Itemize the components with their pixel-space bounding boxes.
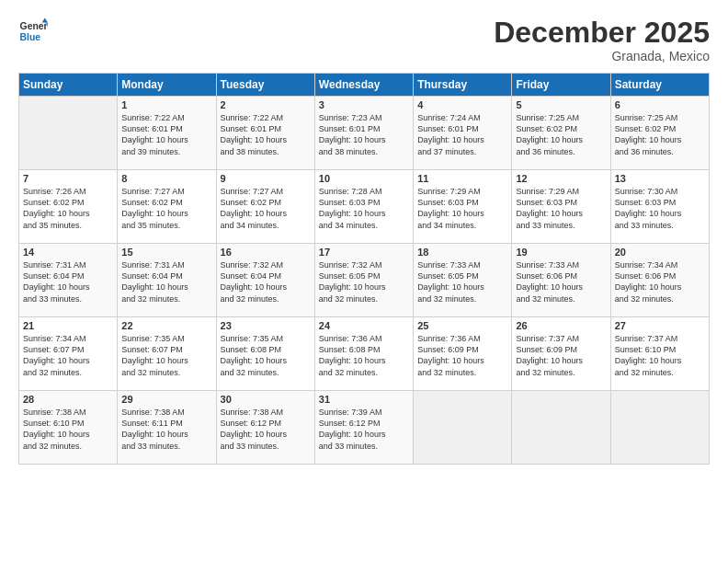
day-cell: 12Sunrise: 7:29 AM Sunset: 6:03 PM Dayli… (512, 170, 610, 244)
day-number: 11 (417, 173, 507, 184)
day-content: Sunrise: 7:32 AM Sunset: 6:05 PM Dayligh… (319, 259, 409, 304)
day-content: Sunrise: 7:35 AM Sunset: 6:07 PM Dayligh… (121, 333, 211, 378)
day-number: 21 (23, 320, 113, 331)
day-content: Sunrise: 7:25 AM Sunset: 6:02 PM Dayligh… (516, 112, 606, 157)
day-number: 20 (615, 247, 705, 258)
location: Granada, Mexico (494, 49, 710, 63)
day-content: Sunrise: 7:26 AM Sunset: 6:02 PM Dayligh… (23, 186, 113, 231)
day-content: Sunrise: 7:29 AM Sunset: 6:03 PM Dayligh… (417, 186, 507, 231)
col-saturday: Saturday (610, 74, 709, 97)
day-cell: 29Sunrise: 7:38 AM Sunset: 6:11 PM Dayli… (118, 391, 216, 465)
day-number: 24 (319, 320, 409, 331)
day-number: 29 (121, 394, 211, 405)
day-cell (414, 391, 512, 465)
day-content: Sunrise: 7:38 AM Sunset: 6:12 PM Dayligh… (221, 407, 311, 452)
day-number: 13 (615, 173, 705, 184)
day-content: Sunrise: 7:22 AM Sunset: 6:01 PM Dayligh… (221, 112, 311, 157)
col-thursday: Thursday (414, 74, 512, 97)
col-friday: Friday (512, 74, 610, 97)
day-number: 18 (417, 247, 507, 258)
day-content: Sunrise: 7:32 AM Sunset: 6:04 PM Dayligh… (221, 259, 311, 304)
day-content: Sunrise: 7:37 AM Sunset: 6:09 PM Dayligh… (516, 333, 606, 378)
day-cell: 8Sunrise: 7:27 AM Sunset: 6:02 PM Daylig… (118, 170, 216, 244)
day-cell: 16Sunrise: 7:32 AM Sunset: 6:04 PM Dayli… (216, 244, 314, 317)
day-number: 7 (23, 173, 113, 184)
header-row: Sunday Monday Tuesday Wednesday Thursday… (19, 74, 710, 97)
day-number: 10 (319, 173, 409, 184)
day-content: Sunrise: 7:33 AM Sunset: 6:06 PM Dayligh… (516, 259, 606, 304)
calendar-body: 1Sunrise: 7:22 AM Sunset: 6:01 PM Daylig… (19, 97, 710, 465)
week-row-2: 7Sunrise: 7:26 AM Sunset: 6:02 PM Daylig… (19, 170, 710, 244)
day-cell: 24Sunrise: 7:36 AM Sunset: 6:08 PM Dayli… (314, 317, 413, 391)
day-cell: 10Sunrise: 7:28 AM Sunset: 6:03 PM Dayli… (314, 170, 413, 244)
logo-icon: General Blue (18, 17, 48, 46)
day-cell: 2Sunrise: 7:22 AM Sunset: 6:01 PM Daylig… (216, 97, 314, 170)
title-section: December 2025 Granada, Mexico (494, 17, 710, 63)
day-cell: 25Sunrise: 7:36 AM Sunset: 6:09 PM Dayli… (414, 317, 512, 391)
day-content: Sunrise: 7:36 AM Sunset: 6:09 PM Dayligh… (417, 333, 507, 378)
day-cell: 17Sunrise: 7:32 AM Sunset: 6:05 PM Dayli… (314, 244, 413, 317)
day-cell (610, 391, 709, 465)
day-content: Sunrise: 7:38 AM Sunset: 6:10 PM Dayligh… (23, 407, 113, 452)
day-number: 19 (516, 247, 606, 258)
day-number: 30 (221, 394, 311, 405)
day-content: Sunrise: 7:33 AM Sunset: 6:05 PM Dayligh… (417, 259, 507, 304)
day-cell: 5Sunrise: 7:25 AM Sunset: 6:02 PM Daylig… (512, 97, 610, 170)
day-number: 23 (221, 320, 311, 331)
day-content: Sunrise: 7:30 AM Sunset: 6:03 PM Dayligh… (615, 186, 705, 231)
day-number: 22 (121, 320, 211, 331)
day-number: 8 (121, 173, 211, 184)
day-content: Sunrise: 7:39 AM Sunset: 6:12 PM Dayligh… (319, 407, 409, 452)
svg-text:Blue: Blue (20, 32, 41, 42)
col-tuesday: Tuesday (216, 74, 314, 97)
day-content: Sunrise: 7:31 AM Sunset: 6:04 PM Dayligh… (121, 259, 211, 304)
day-content: Sunrise: 7:38 AM Sunset: 6:11 PM Dayligh… (121, 407, 211, 452)
day-cell: 11Sunrise: 7:29 AM Sunset: 6:03 PM Dayli… (414, 170, 512, 244)
day-number: 2 (221, 99, 311, 110)
day-number: 3 (319, 99, 409, 110)
day-number: 15 (121, 247, 211, 258)
day-content: Sunrise: 7:31 AM Sunset: 6:04 PM Dayligh… (23, 259, 113, 304)
day-content: Sunrise: 7:22 AM Sunset: 6:01 PM Dayligh… (121, 112, 211, 157)
day-number: 28 (23, 394, 113, 405)
week-row-3: 14Sunrise: 7:31 AM Sunset: 6:04 PM Dayli… (19, 244, 710, 317)
svg-marker-2 (42, 18, 48, 23)
day-number: 5 (516, 99, 606, 110)
day-cell: 22Sunrise: 7:35 AM Sunset: 6:07 PM Dayli… (118, 317, 216, 391)
day-number: 17 (319, 247, 409, 258)
day-content: Sunrise: 7:27 AM Sunset: 6:02 PM Dayligh… (221, 186, 311, 231)
day-cell: 9Sunrise: 7:27 AM Sunset: 6:02 PM Daylig… (216, 170, 314, 244)
day-cell: 4Sunrise: 7:24 AM Sunset: 6:01 PM Daylig… (414, 97, 512, 170)
day-cell: 1Sunrise: 7:22 AM Sunset: 6:01 PM Daylig… (118, 97, 216, 170)
day-cell: 6Sunrise: 7:25 AM Sunset: 6:02 PM Daylig… (610, 97, 709, 170)
week-row-1: 1Sunrise: 7:22 AM Sunset: 6:01 PM Daylig… (19, 97, 710, 170)
week-row-5: 28Sunrise: 7:38 AM Sunset: 6:10 PM Dayli… (19, 391, 710, 465)
day-cell (19, 97, 118, 170)
day-cell: 19Sunrise: 7:33 AM Sunset: 6:06 PM Dayli… (512, 244, 610, 317)
day-content: Sunrise: 7:34 AM Sunset: 6:06 PM Dayligh… (615, 259, 705, 304)
day-number: 4 (417, 99, 507, 110)
day-cell: 20Sunrise: 7:34 AM Sunset: 6:06 PM Dayli… (610, 244, 709, 317)
col-monday: Monday (118, 74, 216, 97)
day-content: Sunrise: 7:29 AM Sunset: 6:03 PM Dayligh… (516, 186, 606, 231)
calendar-table: Sunday Monday Tuesday Wednesday Thursday… (18, 73, 710, 465)
day-cell (512, 391, 610, 465)
page: General Blue December 2025 Granada, Mexi… (0, 0, 728, 563)
logo: General Blue (18, 17, 48, 46)
day-number: 6 (615, 99, 705, 110)
day-cell: 15Sunrise: 7:31 AM Sunset: 6:04 PM Dayli… (118, 244, 216, 317)
day-cell: 3Sunrise: 7:23 AM Sunset: 6:01 PM Daylig… (314, 97, 413, 170)
col-wednesday: Wednesday (314, 74, 413, 97)
day-number: 1 (121, 99, 211, 110)
day-content: Sunrise: 7:28 AM Sunset: 6:03 PM Dayligh… (319, 186, 409, 231)
day-number: 14 (23, 247, 113, 258)
day-cell: 18Sunrise: 7:33 AM Sunset: 6:05 PM Dayli… (414, 244, 512, 317)
day-cell: 30Sunrise: 7:38 AM Sunset: 6:12 PM Dayli… (216, 391, 314, 465)
day-number: 9 (221, 173, 311, 184)
col-sunday: Sunday (19, 74, 118, 97)
day-cell: 28Sunrise: 7:38 AM Sunset: 6:10 PM Dayli… (19, 391, 118, 465)
day-number: 31 (319, 394, 409, 405)
week-row-4: 21Sunrise: 7:34 AM Sunset: 6:07 PM Dayli… (19, 317, 710, 391)
day-cell: 14Sunrise: 7:31 AM Sunset: 6:04 PM Dayli… (19, 244, 118, 317)
day-cell: 21Sunrise: 7:34 AM Sunset: 6:07 PM Dayli… (19, 317, 118, 391)
